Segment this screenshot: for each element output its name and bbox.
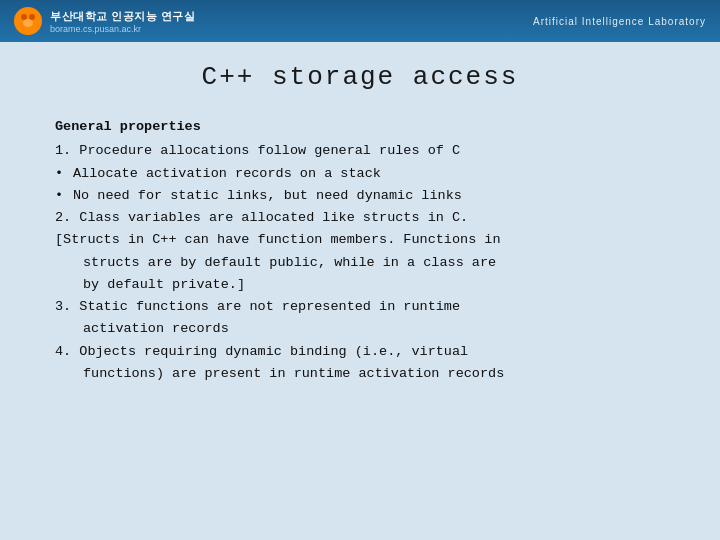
logo-icon: [14, 7, 42, 35]
body-text: General properties 1. Procedure allocati…: [55, 116, 665, 385]
svg-point-2: [29, 14, 35, 20]
header: 부산대학교 인공지능 연구실 borame.cs.pusan.ac.kr Art…: [0, 0, 720, 42]
org-name: 부산대학교 인공지능 연구실: [50, 9, 195, 24]
line-4: 4. Objects requiring dynamic binding (i.…: [55, 341, 665, 363]
line-bracket-2: by default private.]: [55, 274, 665, 296]
header-left: 부산대학교 인공지능 연구실 borame.cs.pusan.ac.kr: [14, 7, 195, 35]
slide-content: C++ storage access General properties 1.…: [0, 42, 720, 540]
line-bracket-1: structs are by default public, while in …: [55, 252, 665, 274]
slide-title: C++ storage access: [55, 62, 665, 92]
lab-name: Artificial Intelligence Laboratory: [533, 16, 706, 27]
line-1: 1. Procedure allocations follow general …: [55, 140, 665, 162]
line-2: 2. Class variables are allocated like st…: [55, 207, 665, 229]
line-4-cont: functions) are present in runtime activa…: [55, 363, 665, 385]
svg-point-1: [21, 14, 27, 20]
line-bracket-open: [Structs in C++ can have function member…: [55, 229, 665, 251]
slide: 부산대학교 인공지능 연구실 borame.cs.pusan.ac.kr Art…: [0, 0, 720, 540]
header-text-group: 부산대학교 인공지능 연구실 borame.cs.pusan.ac.kr: [50, 9, 195, 34]
line-bullet-1: • Allocate activation records on a stack: [55, 163, 665, 185]
line-3-cont: activation records: [55, 318, 665, 340]
line-bullet-2: • No need for static links, but need dyn…: [55, 185, 665, 207]
line-3: 3. Static functions are not represented …: [55, 296, 665, 318]
org-url: borame.cs.pusan.ac.kr: [50, 24, 195, 34]
svg-point-3: [23, 19, 33, 27]
line-general-properties: General properties: [55, 116, 665, 138]
